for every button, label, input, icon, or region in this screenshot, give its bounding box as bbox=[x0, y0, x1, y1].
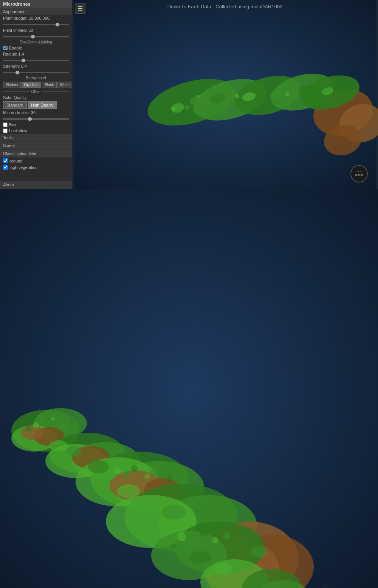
lidar-view-top[interactable]: micro drones bbox=[72, 0, 378, 189]
menu-icon: ☰ bbox=[77, 5, 83, 12]
strength-row: Strength: 0.4 bbox=[0, 63, 72, 69]
point-budget-label: Point budget: 10,000,000 bbox=[3, 16, 50, 20]
top-panel: Microdrones Appearance Point budget: 10,… bbox=[0, 0, 378, 189]
svg-point-65 bbox=[113, 467, 121, 474]
svg-point-85 bbox=[88, 460, 109, 473]
lidar-view-bottom[interactable] bbox=[0, 189, 378, 588]
svg-point-61 bbox=[26, 426, 31, 432]
lock-view-checkbox[interactable] bbox=[3, 128, 8, 133]
fov-slider-container bbox=[0, 33, 72, 39]
lock-view-label: Lock view bbox=[9, 128, 27, 133]
splat-quality-label-row: Splat Quality bbox=[0, 94, 72, 101]
svg-point-67 bbox=[131, 465, 138, 472]
edl-enable-row: Enable bbox=[0, 45, 72, 51]
edl-divider: Eye-Dome-Lighting bbox=[0, 39, 72, 45]
bg-skybox-btn[interactable]: Skybox bbox=[3, 82, 21, 88]
menu-button[interactable]: ☰ bbox=[75, 3, 85, 14]
other-divider: Other bbox=[0, 89, 72, 94]
svg-point-84 bbox=[66, 447, 81, 456]
lock-view-row: Lock view bbox=[0, 128, 72, 134]
svg-point-86 bbox=[117, 484, 140, 498]
min-node-label: Min node size: 30 bbox=[3, 110, 36, 115]
point-budget-slider-container bbox=[0, 21, 72, 27]
top-viewport: ☰ Down To Earth Data - Collected using m… bbox=[72, 0, 378, 189]
svg-point-70 bbox=[167, 474, 173, 480]
bg-black-btn[interactable]: Black bbox=[42, 82, 56, 88]
svg-point-75 bbox=[223, 532, 231, 540]
splat-high-btn[interactable]: High Quality bbox=[28, 101, 57, 109]
min-node-row: Min node size: 30 bbox=[0, 110, 72, 116]
bg-gradient-btn[interactable]: Gradient bbox=[22, 82, 41, 88]
splat-quality-buttons: Standard High Quality bbox=[0, 101, 72, 110]
box-checkbox[interactable] bbox=[3, 122, 8, 127]
svg-point-88 bbox=[190, 551, 211, 564]
radius-label: Radius: 1.4 bbox=[3, 52, 24, 56]
svg-point-90 bbox=[251, 546, 267, 557]
svg-point-89 bbox=[214, 563, 232, 575]
svg-point-71 bbox=[177, 532, 186, 541]
svg-text:drones: drones bbox=[355, 173, 363, 176]
fov-slider[interactable] bbox=[3, 36, 69, 37]
svg-point-68 bbox=[145, 473, 150, 479]
svg-point-60 bbox=[39, 419, 44, 424]
strength-slider[interactable] bbox=[3, 72, 69, 73]
svg-point-72 bbox=[189, 539, 196, 546]
strength-slider-container bbox=[0, 69, 72, 75]
svg-point-63 bbox=[59, 423, 66, 430]
svg-point-76 bbox=[171, 543, 177, 549]
high-veg-label: high vegetation bbox=[9, 165, 38, 170]
svg-point-64 bbox=[70, 420, 74, 425]
radius-slider[interactable] bbox=[3, 60, 69, 61]
background-buttons: Skybox Gradient Black White None bbox=[0, 81, 72, 89]
point-budget-slider[interactable] bbox=[3, 24, 69, 25]
svg-point-73 bbox=[200, 529, 208, 537]
ground-checkbox[interactable] bbox=[3, 158, 8, 163]
svg-text:micro: micro bbox=[356, 170, 362, 173]
high-veg-classification: high vegetation bbox=[0, 164, 72, 170]
svg-point-62 bbox=[51, 417, 55, 421]
high-veg-checkbox[interactable] bbox=[3, 165, 8, 170]
box-row: Box bbox=[0, 122, 72, 128]
svg-point-66 bbox=[124, 471, 130, 477]
fov-label: Field of view: 60 bbox=[3, 28, 33, 32]
svg-point-69 bbox=[151, 467, 159, 476]
about-item[interactable]: About bbox=[0, 181, 72, 189]
splat-quality-label: Splat Quality bbox=[3, 95, 26, 100]
bottom-panel bbox=[0, 189, 378, 588]
viewport-title: Down To Earth Data - Collected using mdL… bbox=[167, 4, 283, 9]
scene-item[interactable]: Scene bbox=[0, 142, 72, 150]
edl-enable-checkbox[interactable] bbox=[3, 46, 8, 50]
svg-point-59 bbox=[33, 422, 39, 428]
appearance-section[interactable]: Appearance bbox=[0, 8, 72, 15]
sidebar: Microdrones Appearance Point budget: 10,… bbox=[0, 0, 72, 189]
point-budget-row: Point budget: 10,000,000 bbox=[0, 15, 72, 21]
ground-label: ground bbox=[9, 159, 22, 163]
min-node-slider[interactable] bbox=[3, 118, 69, 120]
fov-row: Field of view: 60 bbox=[0, 27, 72, 33]
min-node-slider-container bbox=[0, 116, 72, 122]
tools-item[interactable]: Tools bbox=[0, 134, 72, 142]
bg-white-btn[interactable]: White bbox=[57, 82, 72, 88]
box-label: Box bbox=[9, 122, 16, 127]
bg-divider: Background bbox=[0, 75, 72, 81]
app-title: Microdrones bbox=[0, 0, 72, 8]
strength-label: Strength: 0.4 bbox=[3, 64, 27, 68]
svg-point-35 bbox=[21, 425, 43, 440]
splat-standard-btn[interactable]: Standard bbox=[3, 101, 27, 109]
edl-enable-label: Enable bbox=[9, 46, 22, 50]
svg-point-74 bbox=[212, 537, 218, 543]
svg-point-87 bbox=[162, 504, 186, 520]
svg-point-83 bbox=[49, 440, 68, 452]
radius-slider-container bbox=[0, 57, 72, 63]
radius-row: Radius: 1.4 bbox=[0, 51, 72, 57]
ground-classification: ground bbox=[0, 158, 72, 164]
classification-item[interactable]: Classification filter bbox=[0, 150, 72, 158]
